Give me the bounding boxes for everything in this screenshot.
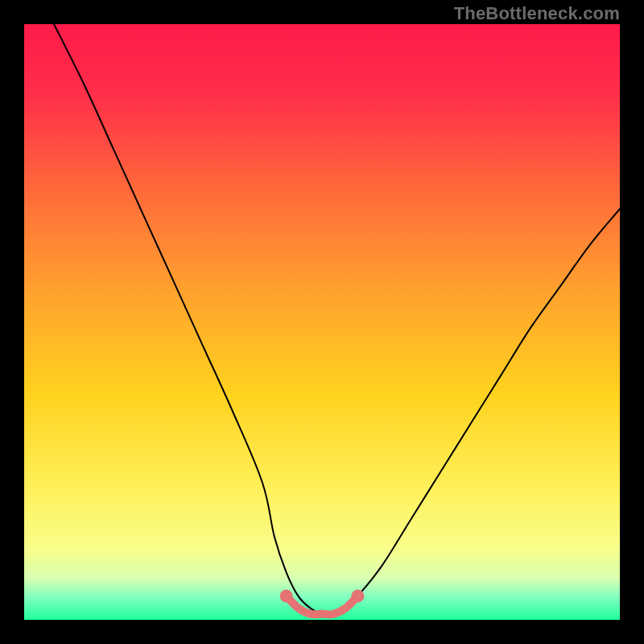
- curve-layer: [24, 24, 620, 620]
- chart-frame: TheBottleneck.com: [0, 0, 644, 644]
- svg-point-2: [351, 589, 364, 602]
- optimal-marker: [287, 596, 358, 614]
- plot-area: [24, 24, 620, 620]
- watermark-text: TheBottleneck.com: [454, 3, 620, 24]
- bottleneck-curve: [54, 24, 620, 615]
- svg-point-1: [280, 589, 293, 602]
